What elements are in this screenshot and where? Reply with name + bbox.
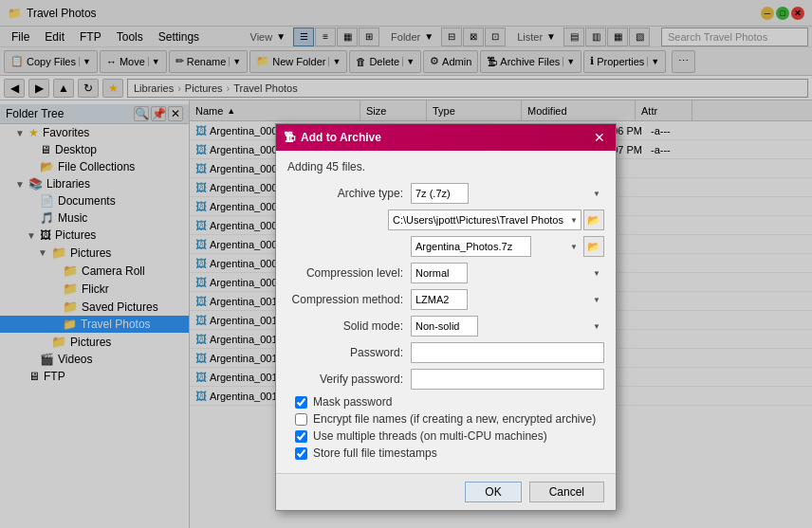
store-timestamps-checkbox[interactable] [295,447,307,460]
dialog-ok-button[interactable]: OK [465,482,521,502]
compression-level-label: Compression level: [287,266,411,280]
filename-browse-button[interactable]: 📂 [583,236,604,257]
password-row: Password: [287,342,604,363]
multi-thread-label: Use multiple threads (on multi-CPU machi… [313,429,547,443]
dialog-title-icon: 🗜 [284,131,295,144]
modal-overlay: 🗜 Add to Archive ✕ Adding 45 files. Arch… [0,0,812,528]
encrypt-names-label: Encrypt file names (if creating a new, e… [313,412,596,426]
dialog-title-bar: 🗜 Add to Archive ✕ [276,124,616,151]
dialog-title-text: Add to Archive [301,131,381,144]
verify-password-row: Verify password: [287,369,604,390]
dialog-close-button[interactable]: ✕ [591,129,608,146]
dialog-info: Adding 45 files. [287,160,604,173]
compression-level-select[interactable]: Normal [411,263,468,283]
dialog-footer: OK Cancel [276,473,616,510]
dialog-body: Adding 45 files. Archive type: 7z (.7z) [276,151,616,473]
compression-method-select[interactable]: LZMA2 [411,289,468,310]
mask-password-label: Mask password [313,395,392,409]
filename-row: Argentina_Photos.7z 📂 [287,236,604,257]
filename-select[interactable]: Argentina_Photos.7z [411,236,531,257]
compression-method-label: Compression method: [287,293,411,306]
archive-type-label: Archive type: [287,187,411,200]
verify-password-label: Verify password: [287,373,411,386]
compression-method-row: Compression method: LZMA2 [287,289,604,310]
solid-mode-label: Solid mode: [287,319,411,333]
solid-mode-select[interactable]: Non-solid [411,316,478,337]
compression-level-row: Compression level: Normal [287,263,604,283]
encrypt-names-row: Encrypt file names (if creating a new, e… [287,412,604,426]
mask-password-row: Mask password [287,395,604,409]
store-timestamps-row: Store full file timestamps [287,446,604,460]
multi-thread-checkbox[interactable] [295,430,307,443]
path-select[interactable]: C:\Users\jpott\Pictures\Travel Photos [388,209,581,230]
encrypt-names-checkbox[interactable] [295,413,307,426]
archive-type-select[interactable]: 7z (.7z) [411,183,469,204]
path-browse-button[interactable]: 📂 [583,209,604,230]
path-row: C:\Users\jpott\Pictures\Travel Photos 📂 [287,209,604,230]
password-label: Password: [287,346,411,359]
multi-thread-row: Use multiple threads (on multi-CPU machi… [287,429,604,443]
dialog-cancel-button[interactable]: Cancel [529,482,604,502]
add-to-archive-dialog: 🗜 Add to Archive ✕ Adding 45 files. Arch… [275,123,617,511]
mask-password-checkbox[interactable] [295,396,307,409]
archive-type-row: Archive type: 7z (.7z) [287,183,604,204]
store-timestamps-label: Store full file timestamps [313,446,437,460]
solid-mode-row: Solid mode: Non-solid [287,316,604,337]
verify-password-input[interactable] [411,369,604,390]
password-input[interactable] [411,342,604,363]
